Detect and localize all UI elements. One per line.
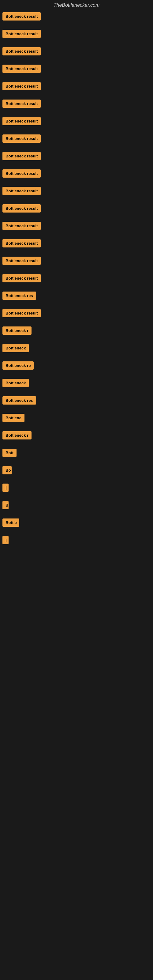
- bottleneck-row: Bott: [0, 447, 153, 460]
- bottleneck-row: Bottleneck result: [0, 202, 153, 216]
- bottleneck-result-badge[interactable]: Bottleneck result: [2, 30, 41, 38]
- bottleneck-row: Bottleneck res: [0, 395, 153, 407]
- bottleneck-row: Bottleneck r: [0, 430, 153, 442]
- bottleneck-row: |: [0, 534, 153, 547]
- bottleneck-result-badge[interactable]: Bottleneck result: [2, 82, 41, 90]
- bottleneck-row: Bottleneck res: [0, 290, 153, 303]
- bottleneck-result-badge[interactable]: Bottleneck result: [2, 239, 41, 247]
- bottleneck-result-badge[interactable]: Bottleneck res: [2, 396, 36, 404]
- bottleneck-row: Bottlene: [0, 412, 153, 425]
- bottleneck-result-badge[interactable]: Bottleneck result: [2, 274, 41, 282]
- bottleneck-row: Bottleneck result: [0, 167, 153, 181]
- bottleneck-row: Bo: [0, 464, 153, 477]
- bottleneck-row: Bottleneck result: [0, 28, 153, 41]
- bottleneck-result-badge[interactable]: Bottleneck result: [2, 204, 41, 213]
- bottleneck-row: Bottleneck result: [0, 185, 153, 198]
- bottleneck-result-badge[interactable]: Bottleneck: [2, 344, 29, 352]
- bottleneck-row: Bottleneck: [0, 342, 153, 355]
- bottleneck-row: Bottleneck result: [0, 115, 153, 128]
- bottleneck-row: Bottleneck result: [0, 255, 153, 268]
- bottleneck-result-badge[interactable]: Bottleneck result: [2, 47, 41, 56]
- bottleneck-result-badge[interactable]: Bottlene: [2, 414, 24, 422]
- bottleneck-row: Bottleneck result: [0, 133, 153, 146]
- bottleneck-row: Bottle: [0, 517, 153, 530]
- bottleneck-row: Bottleneck result: [0, 237, 153, 250]
- bottleneck-row: Bottleneck result: [0, 272, 153, 285]
- bottleneck-result-badge[interactable]: Bottleneck res: [2, 291, 36, 300]
- bottleneck-row: Bottleneck result: [0, 63, 153, 76]
- bottleneck-result-badge[interactable]: Bottleneck result: [2, 222, 41, 230]
- bottleneck-result-badge[interactable]: Bottleneck result: [2, 257, 41, 265]
- bottleneck-row: Bottleneck: [0, 377, 153, 390]
- bottleneck-result-badge[interactable]: Bo: [2, 466, 12, 474]
- bottleneck-result-badge[interactable]: Bottleneck result: [2, 152, 41, 160]
- bottleneck-result-badge[interactable]: Bottleneck r: [2, 326, 32, 335]
- bottleneck-row: Bottleneck result: [0, 10, 153, 24]
- bottleneck-result-badge[interactable]: |: [2, 484, 9, 492]
- bottleneck-result-badge[interactable]: Bottleneck re: [2, 361, 33, 370]
- bottleneck-result-badge[interactable]: B: [2, 501, 9, 509]
- bottleneck-row: B: [0, 499, 153, 512]
- bottleneck-row: Bottleneck result: [0, 45, 153, 59]
- bottleneck-row: Bottleneck result: [0, 150, 153, 163]
- bottleneck-result-badge[interactable]: Bottleneck result: [2, 65, 41, 73]
- bottleneck-row: Bottleneck re: [0, 360, 153, 373]
- bottleneck-result-badge[interactable]: |: [2, 536, 9, 544]
- bottleneck-row: Bottleneck result: [0, 307, 153, 320]
- bottleneck-result-badge[interactable]: Bottleneck r: [2, 431, 32, 439]
- site-title: TheBottlenecker.com: [0, 0, 153, 10]
- bottleneck-result-badge[interactable]: Bottle: [2, 519, 19, 527]
- bottleneck-row: Bottleneck result: [0, 220, 153, 233]
- bottleneck-row: Bottleneck result: [0, 80, 153, 94]
- bottleneck-row: Bottleneck result: [0, 98, 153, 111]
- bottleneck-result-badge[interactable]: Bottleneck: [2, 379, 29, 387]
- bottleneck-result-badge[interactable]: Bottleneck result: [2, 169, 41, 178]
- bottleneck-result-badge[interactable]: Bottleneck result: [2, 100, 41, 108]
- bottleneck-result-badge[interactable]: Bottleneck result: [2, 187, 41, 195]
- bottleneck-result-badge[interactable]: Bottleneck result: [2, 12, 41, 21]
- bottleneck-result-badge[interactable]: Bottleneck result: [2, 309, 41, 317]
- bottleneck-result-badge[interactable]: Bott: [2, 449, 16, 457]
- bottleneck-result-badge[interactable]: Bottleneck result: [2, 134, 41, 143]
- bottleneck-row: Bottleneck r: [0, 325, 153, 338]
- bottleneck-row: |: [0, 482, 153, 495]
- bottleneck-result-badge[interactable]: Bottleneck result: [2, 117, 41, 125]
